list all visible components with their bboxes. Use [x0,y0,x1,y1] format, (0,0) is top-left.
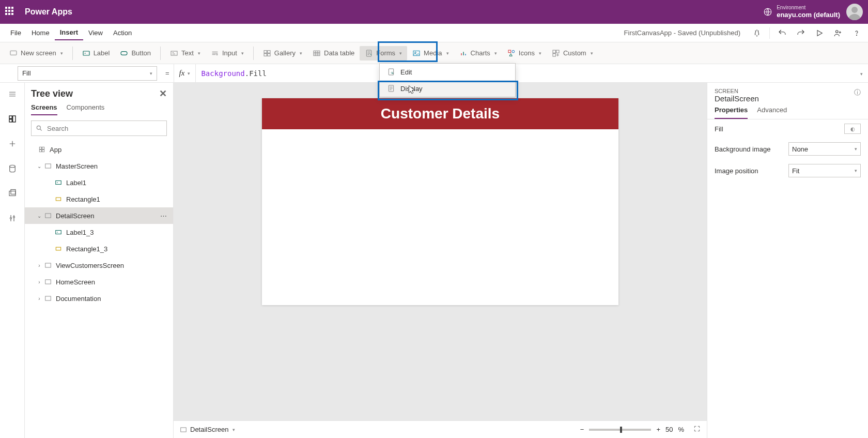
tree-title: Tree view [31,88,73,99]
charts-button[interactable]: Charts▾ [454,46,502,61]
app-title: FirstCanvasApp - Saved (Unpublished) [624,29,740,37]
props-tab-advanced[interactable]: Advanced [757,106,787,119]
props-tab-properties[interactable]: Properties [715,106,748,119]
svg-rect-46 [181,427,187,431]
user-avatar[interactable] [846,4,863,20]
tree-node-label1-3[interactable]: Label1_3 [25,224,173,240]
breadcrumb[interactable]: DetailScreen ▾ [180,426,235,433]
rail-tools-icon[interactable] [5,211,20,225]
media-button[interactable]: Media▾ [407,46,454,61]
svg-rect-39 [56,198,60,201]
svg-point-1 [851,7,858,13]
app-checker-icon[interactable] [751,27,763,39]
formula-input[interactable]: Background.Fill [196,69,854,78]
zoom-in-icon[interactable]: + [656,426,660,433]
banner-title: Customer Details [262,98,618,129]
svg-rect-41 [56,231,61,234]
svg-rect-26 [12,116,15,122]
app-brand: Power Apps [25,7,72,17]
app-launcher-icon[interactable] [5,7,16,17]
environment-value: enayu.com (default) [777,11,840,19]
formula-expand-icon[interactable]: ▾ [854,69,868,77]
svg-point-18 [512,50,515,53]
prop-imgpos-select[interactable]: Fit▾ [788,164,861,177]
label-button[interactable]: Label [77,46,115,61]
prop-fill-label: Fill [715,125,844,133]
tree-node-documentation[interactable]: › Documentation [25,290,173,307]
tab-action[interactable]: Action [108,26,137,40]
share-icon[interactable] [832,27,844,39]
rail-plus-icon[interactable] [5,137,20,151]
tree-node-label1[interactable]: Label1 [25,174,173,191]
svg-rect-7 [171,51,177,55]
icons-button[interactable]: Icons▾ [502,46,547,61]
svg-rect-35 [39,150,41,152]
property-selector[interactable]: Fill ▾ [18,66,157,81]
media-icon [412,49,421,57]
tree-panel: Tree view ✕ Screens Components App ⌄ Mas… [25,83,174,438]
data-table-button[interactable]: Data table [307,46,360,61]
tab-view[interactable]: View [83,26,108,40]
tree-node-rectangle1[interactable]: Rectangle1 [25,191,173,207]
forms-button[interactable]: Forms▾ [360,46,407,61]
svg-rect-40 [45,214,51,218]
screen-preview[interactable]: Customer Details [262,98,618,305]
svg-rect-38 [56,181,61,185]
ribbon: New screen▾ Label Button Text▾ Input▾ Ga… [0,42,868,64]
prop-bgimage-select[interactable]: None▾ [788,142,861,156]
prop-bgimage-label: Background image [715,145,788,153]
svg-rect-22 [389,69,393,75]
play-icon[interactable] [813,27,826,39]
tree-tab-components[interactable]: Components [67,103,105,115]
canvas-footer: DetailScreen ▾ − + 50 % [174,420,707,438]
command-strip: File Home Insert View Action FirstCanvas… [0,24,868,42]
button-button[interactable]: Button [115,46,156,61]
tree-node-detailscreen[interactable]: ⌄ DetailScreen ⋯ [25,207,173,224]
redo-icon[interactable] [795,27,807,39]
fx-button[interactable]: fx ▾ [174,64,196,82]
help-icon[interactable] [850,27,863,39]
svg-rect-43 [45,263,51,267]
tree-node-masterscreen[interactable]: ⌄ MasterScreen [25,158,173,174]
form-icon [365,49,373,57]
tree-close-icon[interactable]: ✕ [159,88,167,99]
tree-node-homescreen[interactable]: › HomeScreen [25,274,173,290]
text-button[interactable]: Text▾ [165,46,206,61]
zoom-out-icon[interactable]: − [580,426,584,433]
custom-button[interactable]: Custom▾ [547,46,598,61]
prop-fill-swatch[interactable]: ◐ [844,124,861,134]
tree-search-input[interactable] [46,124,162,133]
tab-insert[interactable]: Insert [55,25,83,40]
rail-hamburger-icon[interactable] [5,87,20,101]
zoom-slider[interactable] [589,429,651,431]
props-help-icon[interactable]: ⓘ [854,88,861,97]
tree-search[interactable] [31,120,167,136]
svg-point-8 [216,54,218,55]
new-screen-button[interactable]: New screen▾ [4,46,68,61]
tree-tab-screens[interactable]: Screens [31,103,57,115]
rail-media-icon[interactable] [5,186,20,201]
tab-file[interactable]: File [5,26,26,40]
svg-rect-10 [267,50,270,53]
svg-rect-11 [264,53,267,56]
svg-point-3 [856,35,857,35]
rail-data-icon[interactable] [5,161,20,176]
undo-icon[interactable] [776,27,788,39]
tree-node-more-icon[interactable]: ⋯ [160,212,167,220]
forms-display-item[interactable]: Display [380,80,515,97]
tree-node-viewcustomers[interactable]: › ViewCustomersScreen [25,257,173,274]
environment-picker[interactable]: Environment enayu.com (default) [763,5,840,19]
svg-rect-5 [83,51,89,55]
svg-rect-19 [553,50,555,53]
gallery-button[interactable]: Gallery▾ [258,46,307,61]
svg-rect-20 [556,50,559,53]
svg-point-32 [37,126,40,129]
tab-home[interactable]: Home [26,26,55,40]
input-button[interactable]: Input▾ [206,46,249,61]
fullscreen-icon[interactable] [693,425,701,434]
forms-edit-item[interactable]: Edit [380,64,515,80]
tree-node-app[interactable]: App [25,141,173,158]
rail-tree-icon[interactable] [5,112,20,126]
tree-node-rectangle1-3[interactable]: Rectangle1_3 [25,240,173,257]
table-icon [313,49,321,57]
